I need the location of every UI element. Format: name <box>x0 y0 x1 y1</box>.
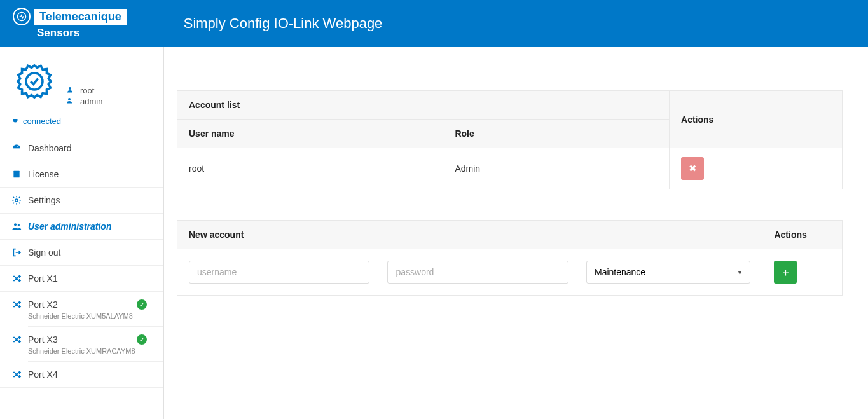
user-icon <box>66 86 75 95</box>
svg-point-6 <box>14 223 17 226</box>
users-icon <box>11 221 22 231</box>
nav-port-x3[interactable]: Port X3 ✓ <box>0 327 163 352</box>
role-select[interactable]: Maintenance <box>586 261 750 284</box>
user-role-icon <box>66 97 75 106</box>
col-role: Role <box>443 120 670 148</box>
svg-point-3 <box>68 98 71 100</box>
current-user-role: admin <box>80 97 102 106</box>
nav-list: Dashboard License Settings User administ… <box>0 135 163 388</box>
brand-logo: Telemecanique Sensors <box>13 8 127 39</box>
nav-port-x4[interactable]: Port X4 <box>0 362 163 388</box>
status-ok-icon: ✓ <box>137 334 147 345</box>
col-user-name: User name <box>177 120 443 148</box>
cell-user: root <box>177 148 443 189</box>
new-account-table: New account Actions Maintenance <box>177 220 843 296</box>
nav-user-administration[interactable]: User administration <box>0 214 163 240</box>
app-header: Telemecanique Sensors Simply Config IO-L… <box>0 0 868 47</box>
delete-account-button[interactable]: ✖ <box>681 157 704 180</box>
close-icon: ✖ <box>689 163 697 174</box>
actions-header: Actions <box>670 91 843 148</box>
gear-icon <box>11 195 22 205</box>
nav-license[interactable]: License <box>0 161 163 188</box>
nav-port-x1[interactable]: Port X1 <box>0 266 163 292</box>
plus-icon: ＋ <box>780 265 791 280</box>
brand-subtitle: Sensors <box>37 27 79 39</box>
account-list-header: Account list <box>177 91 670 120</box>
svg-point-7 <box>18 224 20 226</box>
brand-mark-icon <box>13 8 31 25</box>
svg-rect-4 <box>13 171 19 178</box>
cell-role: Admin <box>443 148 670 189</box>
sign-out-icon <box>11 247 22 258</box>
config-gear-icon <box>11 58 57 106</box>
sidebar: root admin connected Dashbo <box>0 47 164 419</box>
nav-settings[interactable]: Settings <box>0 188 163 214</box>
connection-status: connected <box>0 113 163 135</box>
username-input[interactable] <box>189 261 369 284</box>
page-title: Simply Config IO-Link Webpage <box>184 15 383 32</box>
add-account-button[interactable]: ＋ <box>774 261 797 284</box>
license-icon <box>11 169 22 179</box>
nav-sign-out[interactable]: Sign out <box>0 240 163 266</box>
nav-port-x2[interactable]: Port X2 ✓ <box>0 292 163 317</box>
shuffle-icon <box>11 334 22 345</box>
shuffle-icon <box>11 273 22 284</box>
new-account-actions-header: Actions <box>762 221 843 249</box>
shuffle-icon <box>11 369 22 380</box>
main-content: Account list Actions User name Role root… <box>164 47 868 419</box>
table-row: root Admin ✖ <box>177 148 843 189</box>
current-user-name: root <box>80 86 94 95</box>
shuffle-icon <box>11 299 22 310</box>
nav-dashboard[interactable]: Dashboard <box>0 135 163 161</box>
brand-name: Telemecanique <box>34 9 127 25</box>
svg-point-5 <box>15 199 18 202</box>
new-account-header: New account <box>177 221 762 249</box>
status-ok-icon: ✓ <box>137 299 147 310</box>
svg-point-2 <box>69 87 71 90</box>
password-input[interactable] <box>387 261 568 284</box>
plug-icon <box>11 116 19 126</box>
user-block: root admin <box>0 47 163 113</box>
new-account-row: Maintenance ▼ ＋ <box>177 249 843 296</box>
dashboard-icon <box>11 143 22 153</box>
account-list-table: Account list Actions User name Role root… <box>177 90 843 189</box>
